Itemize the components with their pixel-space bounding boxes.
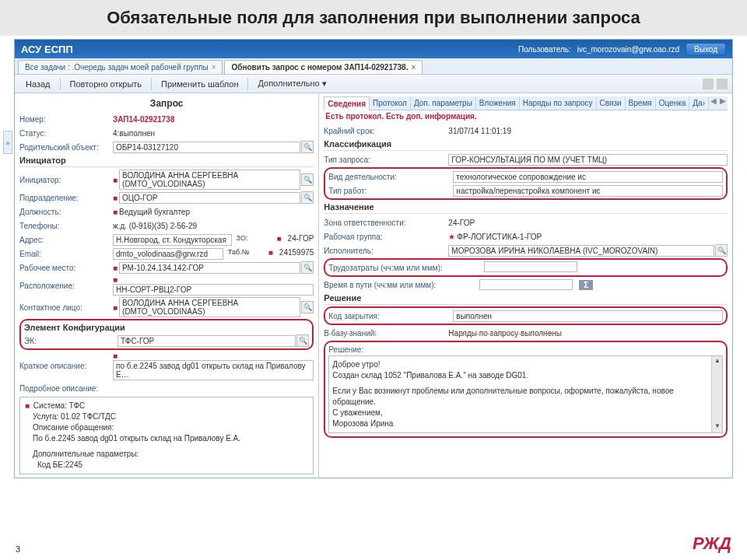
deadline-label: Крайний срок: <box>324 127 448 135</box>
rtype-input[interactable]: ГОР-КОНСУЛЬТАЦИЯ ПО ММ (УЧЕТ ТМЦ) <box>448 154 728 166</box>
initiator-label: Инициатор: <box>19 176 113 184</box>
worktype-input[interactable]: настройка/перенастройка компонент ис <box>453 185 723 197</box>
solution-textarea[interactable]: Доброе утро! Создан склад 1052 "Привалов… <box>328 355 723 433</box>
rtab-time[interactable]: Время <box>626 96 656 110</box>
reopen-button[interactable]: Повторно открыть <box>64 78 149 90</box>
search-icon[interactable]: 🔍 <box>301 173 314 186</box>
full-desc-label: Подробное описание: <box>19 384 113 393</box>
address-input[interactable]: Н.Новгород, ст. Кондукторская <box>113 234 232 246</box>
ek-label: ЭК: <box>24 337 117 345</box>
app-title: АСУ ЕСПП <box>21 44 73 55</box>
zo-label: ЗО: <box>237 234 272 246</box>
main-tabs: Все задачи : .Очередь задач моей рабочей… <box>15 58 732 75</box>
config-header: Элемент Конфигурации <box>24 321 309 334</box>
rzd-logo: РЖД <box>693 534 731 554</box>
number-value: ЗАП14-02921738 <box>113 115 314 124</box>
back-button[interactable]: Назад <box>19 78 57 90</box>
zone-value: 24-ГОР <box>448 219 728 227</box>
zone-label: Зона ответственности: <box>324 219 448 227</box>
right-tabs: Сведения Протокол Доп. параметры Вложени… <box>324 96 728 110</box>
travel-label: Время в пути (чч:мм или ммм): <box>324 281 479 289</box>
rtab-protocol[interactable]: Протокол <box>370 96 411 110</box>
right-panel: Сведения Протокол Доп. параметры Вложени… <box>319 93 732 478</box>
search-icon[interactable]: 🔍 <box>301 141 314 153</box>
contact-label: Контактное лицо: <box>19 303 113 312</box>
email-label: Email: <box>19 250 113 258</box>
rtype-label: Тип запроса: <box>324 156 448 164</box>
sigma-button[interactable]: Σ <box>579 280 593 290</box>
activity-input[interactable]: технологическое сопровождение ис <box>453 171 723 183</box>
email-input[interactable]: dmto_volodinaas@grw.rzd <box>113 248 223 260</box>
scroll-left-icon[interactable]: ◀ <box>709 96 718 110</box>
address-label: Адрес: <box>19 236 113 244</box>
user-name: ivc_morozovain@grw.oao.rzd <box>577 45 679 54</box>
search-icon[interactable]: 🔍 <box>301 191 314 204</box>
print-icon[interactable] <box>717 79 728 89</box>
rtab-score[interactable]: Оценка <box>656 96 690 110</box>
close-icon[interactable]: × <box>411 63 416 72</box>
phone-value: ж.д. (0-916)(35) 2-56-29 <box>113 222 314 230</box>
labor-input[interactable] <box>484 261 577 272</box>
search-icon[interactable]: 🔍 <box>296 334 309 347</box>
parent-label: Родительский объект: <box>19 143 113 152</box>
rtab-params[interactable]: Доп. параметры <box>411 96 476 110</box>
rtab-more[interactable]: Да› <box>689 96 709 110</box>
close-icon[interactable]: × <box>212 63 216 72</box>
rtab-attach[interactable]: Вложения <box>476 96 520 110</box>
travel-input[interactable] <box>479 279 573 290</box>
left-panel: Запрос Номер:ЗАП14-02921738 Статус:4:вып… <box>15 93 319 478</box>
initiator-header: Инициатор <box>19 154 314 167</box>
initiator-input[interactable]: ВОЛОДИНА АННА СЕРГЕЕВНА (DMTO_VOLODINAAS… <box>119 170 300 190</box>
solution-label: Решение: <box>328 345 723 354</box>
scroll-right-icon[interactable]: ▶ <box>718 96 728 110</box>
exit-button[interactable]: Выход <box>686 43 726 56</box>
save-icon[interactable] <box>703 79 714 89</box>
scrollbar[interactable]: ▲▼ <box>711 356 722 432</box>
parent-input[interactable]: ОБР14-03127120 <box>113 142 300 153</box>
zo-value: 24-ГОР <box>288 234 314 246</box>
user-prefix: Пользователь: <box>518 45 571 54</box>
labor-label: Трудозатраты (чч:мм или ммм): <box>328 264 484 272</box>
kb-label: В базу знаний: <box>324 329 448 338</box>
slide-title: Обязательные поля для заполнения при вып… <box>0 0 747 36</box>
location-input[interactable]: НН-СОРТ-РВЦ2-ГОР <box>113 284 314 296</box>
tab-request[interactable]: Обновить запрос с номером ЗАП14-02921738… <box>224 60 423 74</box>
close-input[interactable]: выполнен <box>453 310 723 322</box>
status-label: Статус: <box>19 129 113 138</box>
rtab-details[interactable]: Сведения <box>324 96 370 110</box>
workplace-input[interactable]: РМ-10.24.134.142-ГОР <box>119 262 300 274</box>
sidebar-expander[interactable]: » <box>3 131 12 154</box>
app-frame: АСУ ЕСПП Пользователь: ivc_morozovain@gr… <box>14 39 733 478</box>
search-icon[interactable]: 🔍 <box>301 301 314 313</box>
request-header: Запрос <box>19 96 314 112</box>
rtab-orders[interactable]: Наряды по запросу <box>520 96 597 110</box>
contact-input[interactable]: ВОЛОДИНА АННА СЕРГЕЕВНА (DMTO_VOLODINAAS… <box>119 297 300 317</box>
app-title-bar: АСУ ЕСПП Пользователь: ivc_morozovain@gr… <box>15 40 732 58</box>
group-label: Рабочая группа: <box>324 233 448 241</box>
dept-label: Подразделение: <box>19 194 113 202</box>
exec-label: Исполнитель: <box>324 247 448 255</box>
dept-input[interactable]: ОЦО-ГОР <box>119 192 300 204</box>
phone-label: Телефоны: <box>19 222 113 230</box>
full-desc-box: ■ Система: ТФС Услуга: 01.02 ТФС/ТДС Опи… <box>19 397 314 474</box>
activity-label: Вид деятельности: <box>328 173 453 181</box>
tab-value: 24159975 <box>279 248 314 260</box>
template-button[interactable]: Применить шаблон <box>155 78 244 90</box>
number-label: Номер: <box>19 115 113 124</box>
location-label: Расположение: <box>19 282 113 290</box>
toolbar: Назад Повторно открыть Применить шаблон … <box>15 75 732 93</box>
ek-input[interactable]: ТФС-ГОР <box>117 335 296 347</box>
exec-input[interactable]: МОРОЗОВА ИРИНА НИКОЛАЕВНА (IVC_MOROZOVAI… <box>448 245 714 257</box>
rtab-links[interactable]: Связи <box>597 96 626 110</box>
assignment-header: Назначение <box>324 201 728 214</box>
solution-header: Решение <box>324 292 728 305</box>
search-icon[interactable]: 🔍 <box>301 261 314 274</box>
tab-label: Таб.№ <box>228 248 264 260</box>
tab-queue[interactable]: Все задачи : .Очередь задач моей рабочей… <box>18 60 223 74</box>
position-label: Должность: <box>19 208 113 216</box>
short-desc-input[interactable]: по б.е.2245 завод dg01 открыть склад на … <box>113 360 314 380</box>
status-value: 4:выполнен <box>113 129 314 138</box>
close-label: Код закрытия: <box>328 312 453 320</box>
more-button[interactable]: Дополнительно ▾ <box>251 77 332 90</box>
search-icon[interactable]: 🔍 <box>715 244 728 257</box>
